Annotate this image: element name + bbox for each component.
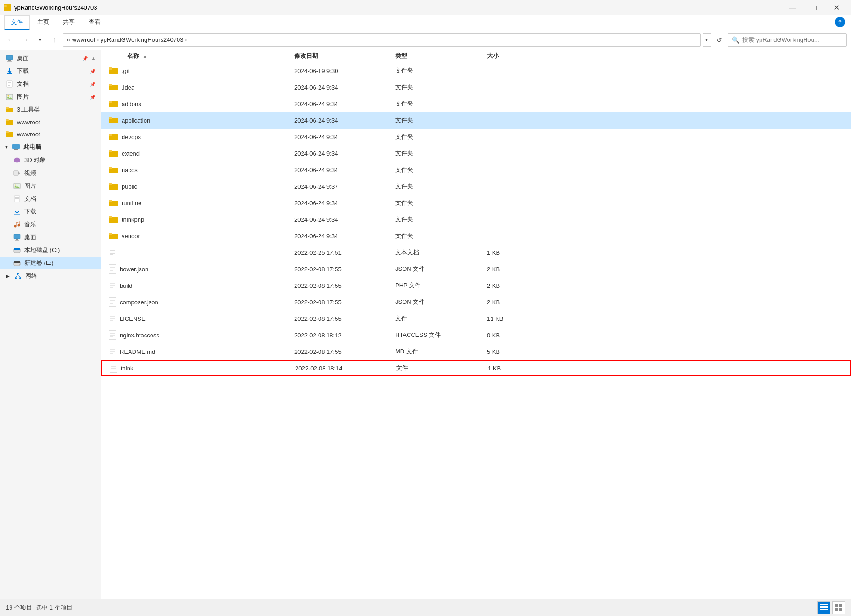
help-button[interactable]: ? <box>835 17 845 27</box>
svg-line-43 <box>16 274 18 277</box>
file-row[interactable]: nacos 2024-06-24 9:34 文件夹 <box>101 162 851 178</box>
svg-rect-32 <box>16 239 18 240</box>
sidebar-item-pictures2[interactable]: 图片 <box>0 179 101 192</box>
file-row[interactable]: .git 2024-06-19 9:30 文件夹 <box>101 62 851 79</box>
tab-share[interactable]: 共享 <box>56 15 81 30</box>
maximize-button[interactable]: □ <box>804 0 825 15</box>
this-pc-header[interactable]: ▼ 此电脑 <box>0 140 101 154</box>
file-row[interactable]: README.md 2022-02-08 17:55 MD 文件 5 KB <box>101 343 851 360</box>
sidebar-item-download[interactable]: 下载 📌 <box>0 65 101 78</box>
ribbon-tabs: 文件 主页 共享 查看 <box>0 15 851 30</box>
sidebar-item-3d[interactable]: 3D 对象 <box>0 154 101 167</box>
sidebar-item-wwwroot1[interactable]: wwwroot <box>0 116 101 128</box>
forward-button[interactable]: → <box>19 34 32 46</box>
back-button[interactable]: ← <box>4 34 17 46</box>
sidebar-item-tools[interactable]: 3.工具类 <box>0 103 101 116</box>
file-icon <box>110 364 117 373</box>
file-date-cell: 2022-02-08 17:55 <box>294 282 395 289</box>
dropdown-button[interactable]: ▾ <box>34 34 46 46</box>
sidebar-label-download: 下载 <box>17 67 29 75</box>
svg-rect-106 <box>839 608 842 611</box>
file-row[interactable]: nginx.htaccess 2022-02-08 18:12 HTACCESS… <box>101 327 851 343</box>
col-header-size[interactable]: 大小 <box>487 52 542 60</box>
status-bar: 19 个项目 选中 1 个项目 <box>0 599 851 616</box>
file-row[interactable]: thinkphp 2024-06-24 9:34 文件夹 <box>101 211 851 228</box>
pictures2-icon <box>13 182 21 190</box>
sidebar-item-docs2[interactable]: 文档 <box>0 192 101 205</box>
file-size-cell: 2 KB <box>487 299 542 306</box>
sidebar-label-music: 音乐 <box>24 220 36 229</box>
file-row[interactable]: build 2022-02-08 17:55 PHP 文件 2 KB <box>101 277 851 294</box>
file-list-area: 名称 ▲ 修改日期 类型 大小 .git 2024-06-19 9:30 <box>101 50 851 599</box>
svg-rect-62 <box>109 200 112 202</box>
file-row[interactable]: public 2024-06-24 9:37 文件夹 <box>101 178 851 195</box>
file-row[interactable]: runtime 2024-06-24 9:34 文件夹 <box>101 195 851 211</box>
file-type-cell: 文件夹 <box>395 100 487 108</box>
file-row[interactable]: composer.json 2022-02-08 17:55 JSON 文件 2… <box>101 294 851 310</box>
col-header-date[interactable]: 修改日期 <box>294 52 395 60</box>
file-row[interactable]: LICENSE 2022-02-08 17:55 文件 11 KB <box>101 310 851 327</box>
file-name-text: nginx.htaccess <box>120 332 159 339</box>
sidebar-label-pictures2: 图片 <box>24 182 36 190</box>
file-date-cell: 2024-06-24 9:34 <box>294 150 395 157</box>
file-name-text: vendor <box>122 233 140 240</box>
file-icon <box>109 183 118 190</box>
sidebar-item-download2[interactable]: 下载 <box>0 205 101 218</box>
sidebar-label-desktop: 桌面 <box>17 54 29 62</box>
col-header-type[interactable]: 类型 <box>395 52 487 60</box>
file-row[interactable]: .idea 2024-06-24 9:34 文件夹 <box>101 79 851 95</box>
music-icon <box>13 221 21 228</box>
file-row[interactable]: devops 2024-06-24 9:34 文件夹 <box>101 129 851 145</box>
file-row[interactable]: 2022-02-25 17:51 文本文档 1 KB <box>101 244 851 261</box>
file-row[interactable]: bower.json 2022-02-08 17:55 JSON 文件 2 KB <box>101 261 851 277</box>
file-row[interactable]: addons 2024-06-24 9:34 文件夹 <box>101 95 851 112</box>
sidebar-item-wwwroot2[interactable]: wwwroot <box>0 128 101 140</box>
svg-rect-52 <box>109 117 112 119</box>
view-details-button[interactable] <box>817 601 830 614</box>
file-row[interactable]: application 2024-06-24 9:34 文件夹 <box>101 112 851 129</box>
sidebar-item-desktop[interactable]: 桌面 📌 ▲ <box>0 52 101 65</box>
sidebar-item-music[interactable]: 音乐 <box>0 218 101 231</box>
file-date-cell: 2022-02-08 17:55 <box>294 315 395 322</box>
file-name-text: build <box>120 282 132 289</box>
file-name-cell: public <box>101 183 294 190</box>
file-date-cell: 2022-02-25 17:51 <box>294 249 395 256</box>
tab-view[interactable]: 查看 <box>82 15 107 30</box>
file-name-cell: README.md <box>101 347 294 356</box>
view-tiles-button[interactable] <box>832 601 845 614</box>
svg-rect-101 <box>820 606 828 608</box>
file-date-cell: 2024-06-24 9:34 <box>294 200 395 207</box>
file-date-cell: 2022-02-08 18:12 <box>294 332 395 339</box>
file-icon <box>109 100 118 107</box>
file-name-text: extend <box>122 150 140 157</box>
file-size-cell: 5 KB <box>487 348 542 355</box>
file-icon <box>109 166 118 174</box>
close-button[interactable]: ✕ <box>826 0 847 15</box>
file-row[interactable]: think 2022-02-08 18:14 文件 1 KB <box>101 360 851 376</box>
search-input[interactable] <box>742 36 843 43</box>
svg-rect-4 <box>7 61 12 62</box>
col-header-name[interactable]: 名称 ▲ <box>101 52 294 60</box>
address-dropdown[interactable]: ▾ <box>703 33 711 47</box>
address-bar[interactable]: « wwwroot › ypRandGWorkingHours240703 › <box>63 33 701 47</box>
tab-home[interactable]: 主页 <box>31 15 56 30</box>
svg-rect-56 <box>109 150 112 152</box>
file-date-cell: 2022-02-08 18:14 <box>295 365 396 372</box>
sidebar-item-drive-e[interactable]: 新建卷 (E:) <box>0 257 101 269</box>
sidebar-item-desktop2[interactable]: 桌面 <box>0 231 101 244</box>
sidebar-item-docs[interactable]: 文档 📌 <box>0 78 101 90</box>
sidebar: 桌面 📌 ▲ 下载 📌 文档 📌 <box>0 50 101 599</box>
file-row[interactable]: extend 2024-06-24 9:34 文件夹 <box>101 145 851 162</box>
file-row[interactable]: vendor 2024-06-24 9:34 文件夹 <box>101 228 851 244</box>
svg-rect-15 <box>6 119 9 121</box>
sidebar-item-video[interactable]: 视频 <box>0 167 101 179</box>
minimize-button[interactable]: — <box>782 0 803 15</box>
refresh-button[interactable]: ↺ <box>713 34 726 46</box>
sidebar-item-drive-c[interactable]: 本地磁盘 (C:) <box>0 244 101 257</box>
up-button[interactable]: ↑ <box>48 34 61 46</box>
sidebar-item-pictures[interactable]: 图片 📌 <box>0 90 101 103</box>
tab-file[interactable]: 文件 <box>4 15 30 30</box>
sidebar-item-network[interactable]: ▶ 网络 <box>0 269 101 282</box>
file-icon <box>109 199 118 207</box>
file-size-cell: 2 KB <box>487 266 542 273</box>
